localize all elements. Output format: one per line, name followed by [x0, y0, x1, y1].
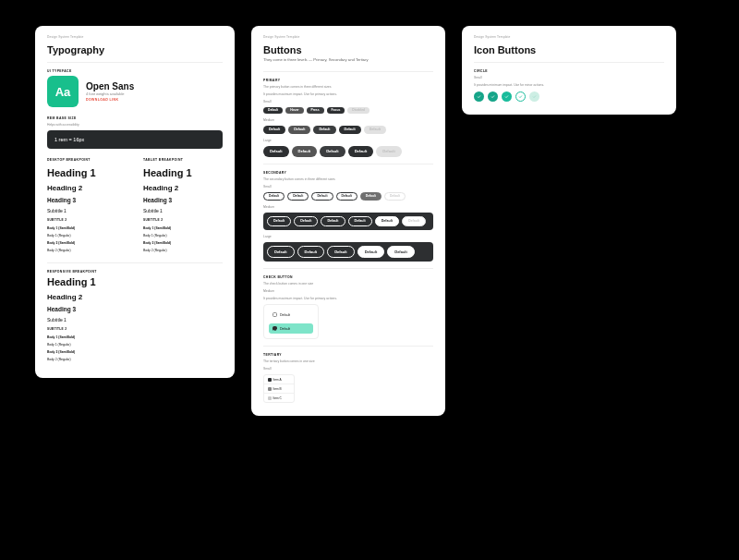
secondary-button[interactable]: Default	[311, 192, 333, 201]
check-icon	[491, 94, 495, 99]
icon-button-disabled	[529, 91, 539, 102]
section-label-tertiary: TERTIARY	[263, 353, 433, 357]
icon-button[interactable]	[474, 91, 484, 102]
icon-button[interactable]	[502, 91, 512, 102]
primary-small-row: Default Hover Press Focus Disabled	[263, 107, 433, 114]
sample-body1-semibold: Body 1 (SemiBold)	[47, 335, 223, 339]
tertiary-item[interactable]: Item C	[264, 394, 294, 402]
sample-sub1: Subtitle 1	[143, 208, 223, 213]
secondary-button[interactable]: Default	[267, 216, 291, 226]
check-button[interactable]: Default	[269, 310, 313, 320]
check-icon	[532, 94, 537, 99]
primary-button-disabled: Default	[364, 126, 386, 134]
primary-large-row: Default Default Default Default Default	[263, 146, 433, 156]
primary-note: It provides maximum impact. Use for prim…	[263, 92, 433, 96]
sample-h3: Heading 3	[47, 197, 127, 203]
check-icon	[518, 94, 523, 99]
icon-button[interactable]	[515, 91, 526, 102]
primary-button[interactable]: Default	[288, 126, 310, 134]
check-button-checked[interactable]: Default	[269, 323, 313, 334]
section-label-primary: PRIMARY	[263, 79, 433, 82]
page-title: Icon Buttons	[474, 44, 664, 55]
sample-sub2: SUBTITLE 2	[143, 218, 223, 222]
secondary-button[interactable]: Default	[294, 216, 318, 226]
secondary-button[interactable]: Default	[327, 246, 355, 258]
check-label: Default	[280, 313, 290, 317]
sample-sub2: SUBTITLE 2	[47, 218, 127, 222]
sample-h2: Heading 2	[47, 184, 127, 192]
primary-note: It provides maximum impact. Use for prim…	[263, 297, 433, 300]
sample-sub2: SUBTITLE 2	[47, 327, 223, 331]
sample-h1: Heading 1	[143, 167, 223, 178]
secondary-button[interactable]: Default	[321, 216, 345, 226]
secondary-button[interactable]: Default	[267, 246, 295, 258]
sample-body2-regular: Body 2 (Regular)	[143, 249, 223, 252]
size-label-small: Small	[263, 185, 433, 189]
primary-button[interactable]: Default	[348, 146, 374, 156]
primary-button[interactable]: Default	[320, 146, 345, 156]
secondary-button[interactable]: Default	[387, 246, 415, 258]
circle-note: It provides minimum impact. Use for mino…	[474, 83, 664, 87]
size-label-large: Large	[263, 139, 433, 142]
secondary-button[interactable]: Default	[375, 216, 399, 226]
primary-button[interactable]: Default	[263, 126, 285, 134]
primary-button[interactable]: Press	[307, 107, 324, 114]
primary-medium-row: Default Default Default Default Default	[263, 126, 433, 134]
primary-button[interactable]: Default	[313, 126, 335, 134]
secondary-button[interactable]: Default	[297, 246, 325, 258]
rem-desc: Helps with accessibility	[47, 123, 223, 127]
breadcrumb: Design System Template	[47, 35, 223, 39]
secondary-button[interactable]: Default	[360, 192, 382, 201]
primary-button[interactable]: Default	[292, 146, 318, 156]
sample-sub1: Subtitle 1	[47, 208, 127, 213]
primary-button[interactable]: Hover	[285, 107, 303, 114]
sample-body1-regular: Body 1 (Regular)	[47, 234, 127, 237]
bp-label-tablet: TABLET BREAKPOINT	[143, 158, 223, 162]
sample-body1-semibold: Body 1 (SemiBold)	[47, 226, 127, 230]
divider	[474, 62, 664, 63]
divider	[263, 164, 433, 164]
tertiary-label: Item C	[273, 396, 282, 400]
size-label-large: Large	[263, 235, 433, 238]
tertiary-item[interactable]: Item B	[264, 384, 294, 394]
tertiary-item[interactable]: Item A	[264, 375, 294, 384]
tertiary-card: Item A Item B Item C	[263, 374, 295, 403]
secondary-button[interactable]: Default	[287, 192, 309, 201]
primary-button[interactable]: Default	[339, 126, 361, 134]
primary-button[interactable]: Default	[263, 107, 283, 114]
primary-button-disabled: Default	[376, 146, 402, 156]
sample-h2: Heading 2	[143, 184, 223, 192]
icon-button[interactable]	[488, 91, 498, 102]
page-title: Typography	[47, 44, 223, 55]
secondary-medium-row: Default Default Default Default Default …	[263, 213, 433, 230]
secondary-button[interactable]: Default	[348, 216, 372, 226]
panel-buttons: Design System Template Buttons They come…	[251, 26, 445, 416]
download-link[interactable]: DOWNLOAD LINK	[86, 98, 134, 102]
typeface-row: Aa Open Sans 4 font weights available DO…	[47, 76, 223, 107]
page-subtitle: They come in three levels — Primary, Sec…	[263, 57, 433, 62]
primary-button[interactable]: Default	[263, 146, 289, 156]
tertiary-label: Item B	[273, 387, 282, 391]
secondary-button-disabled: Default	[384, 192, 406, 201]
swatch-icon	[268, 378, 272, 382]
secondary-button[interactable]: Default	[263, 192, 285, 201]
primary-button[interactable]: Focus	[327, 107, 345, 114]
bp-label-desktop: DESKTOP BREAKPOINT	[47, 158, 127, 162]
scale-col-desktop: DESKTOP BREAKPOINT Heading 1 Heading 2 H…	[47, 158, 127, 256]
typeface-tile: Aa	[47, 76, 79, 107]
sample-h3: Heading 3	[47, 306, 223, 312]
breadcrumb: Design System Template	[263, 35, 433, 39]
section-label-rem: REM BASE SIZE	[47, 116, 223, 120]
secondary-large-row: Default Default Default Default Default	[263, 242, 433, 262]
sample-body1-regular: Body 1 (Regular)	[47, 343, 223, 347]
page-title: Buttons	[263, 44, 433, 55]
secondary-button-disabled: Default	[402, 216, 426, 226]
sample-body1-semibold: Body 1 (SemiBold)	[143, 226, 223, 230]
sample-body2-semibold: Body 2 (SemiBold)	[143, 241, 223, 245]
sample-body2-semibold: Body 2 (SemiBold)	[47, 241, 127, 245]
divider	[263, 346, 433, 347]
secondary-button[interactable]: Default	[336, 192, 357, 201]
secondary-button[interactable]: Default	[357, 246, 385, 258]
section-label-check: CHECK BUTTON	[263, 275, 433, 279]
divider	[47, 62, 223, 63]
